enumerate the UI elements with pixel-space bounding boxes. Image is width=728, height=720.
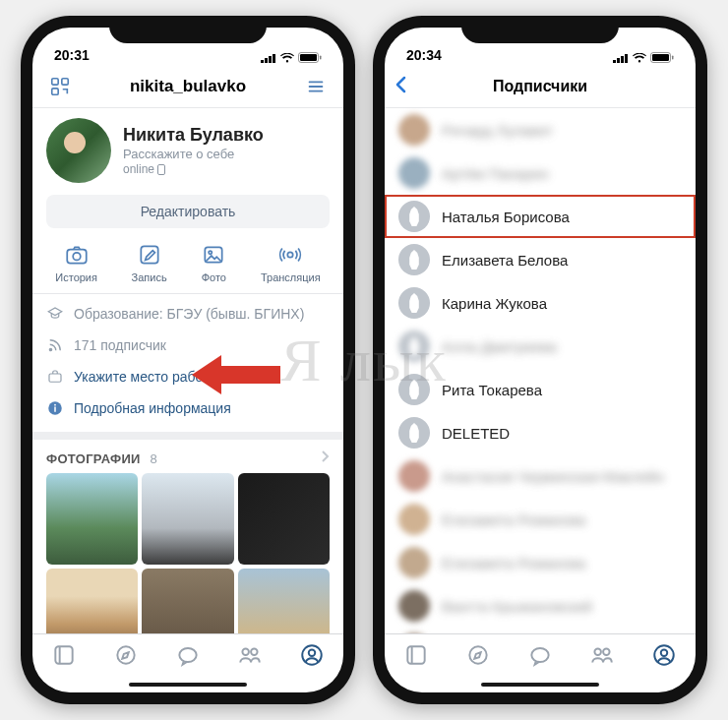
svg-point-42 — [469, 646, 486, 663]
svg-rect-5 — [300, 54, 317, 61]
quick-live[interactable]: Трансляция — [261, 242, 321, 283]
quick-post[interactable]: Запись — [132, 242, 167, 283]
tab-discover[interactable] — [113, 642, 139, 672]
tab-friends[interactable] — [589, 642, 615, 672]
follower-name: Елизавета Романова — [442, 555, 585, 571]
wifi-icon — [280, 53, 294, 63]
tab-profile[interactable] — [651, 642, 677, 672]
battery-icon — [298, 52, 322, 63]
svg-rect-3 — [273, 54, 275, 63]
svg-rect-2 — [269, 56, 272, 63]
followers-title: Подписчики — [493, 78, 587, 95]
phone-right: 20:34 Подписчики Ричард ЛулавитАртём Пан… — [373, 16, 707, 704]
svg-point-46 — [661, 649, 668, 656]
signal-icon — [613, 53, 629, 63]
tab-messages[interactable] — [175, 642, 201, 672]
photos-section-header[interactable]: ФОТОГРАФИИ 8 — [32, 440, 343, 473]
edit-profile-button[interactable]: Редактировать — [46, 195, 330, 228]
quick-actions: История Запись Фото Трансляция — [32, 238, 343, 294]
follower-row[interactable]: Алла Дмитриева — [385, 325, 696, 368]
briefcase-icon — [46, 368, 64, 386]
svg-rect-34 — [617, 58, 620, 63]
photo-thumb[interactable] — [238, 569, 330, 633]
follower-avatar — [398, 157, 430, 189]
photo-icon — [201, 242, 226, 268]
menu-icon[interactable] — [302, 73, 330, 100]
home-indicator — [129, 683, 247, 687]
education-text: Образование: БГЭУ (бывш. БГИНХ) — [74, 306, 304, 322]
rss-icon — [46, 336, 64, 354]
photo-thumb[interactable] — [238, 473, 330, 565]
tab-friends[interactable] — [237, 642, 263, 672]
follower-name: Рита Токарева — [442, 382, 542, 398]
back-button[interactable] — [394, 75, 408, 98]
svg-rect-39 — [672, 56, 674, 60]
followers-row[interactable]: 171 подписчик — [46, 330, 330, 361]
follower-row[interactable]: Вангта Крыжановский — [385, 584, 696, 628]
battery-icon — [650, 52, 674, 63]
follower-row[interactable]: Карина Жукова — [385, 281, 696, 325]
follower-name: Елизавета Белова — [442, 252, 568, 269]
follower-row[interactable]: Елизавета Белова — [385, 238, 696, 281]
status-time: 20:31 — [54, 47, 90, 63]
username: nikita_bulavko — [130, 77, 246, 96]
phone-left: 20:31 nikita_bulavko Никита Булавко Расс — [21, 16, 355, 704]
svg-rect-1 — [265, 58, 268, 63]
tab-messages[interactable] — [527, 642, 553, 672]
camera-icon — [64, 242, 90, 268]
follower-row[interactable]: DELETED — [385, 411, 696, 454]
avatar[interactable] — [46, 118, 111, 183]
tab-discover[interactable] — [465, 642, 491, 672]
quick-photo[interactable]: Фото — [201, 242, 226, 283]
more-info-row[interactable]: Подробная информация — [46, 392, 330, 424]
quick-story[interactable]: История — [55, 242, 97, 283]
photo-thumb[interactable] — [142, 569, 233, 633]
qr-icon[interactable] — [46, 73, 74, 100]
photo-thumb[interactable] — [46, 569, 138, 633]
tab-news[interactable] — [403, 642, 429, 672]
svg-rect-8 — [62, 78, 68, 84]
svg-rect-9 — [52, 88, 58, 93]
follower-name: Наталья Борисова — [442, 209, 570, 225]
follower-row[interactable]: Наталья Борисова — [385, 195, 696, 238]
follower-row[interactable]: Рита Токарева — [385, 368, 696, 411]
svg-rect-6 — [320, 56, 322, 60]
svg-point-18 — [209, 251, 212, 254]
follower-avatar — [398, 114, 430, 146]
follower-row[interactable]: Елизавета Романова — [385, 541, 696, 584]
photo-thumb[interactable] — [46, 473, 138, 565]
followers-list[interactable]: Ричард ЛулавитАртём ПанаринНаталья Борис… — [385, 108, 696, 633]
svg-point-27 — [117, 646, 134, 663]
svg-point-15 — [73, 253, 81, 261]
svg-point-28 — [243, 648, 250, 655]
follower-name: Ричард Лулавит — [442, 122, 553, 139]
education-icon — [46, 305, 64, 323]
work-text: Укажите место работы — [74, 369, 219, 385]
photo-thumb[interactable] — [142, 473, 233, 565]
svg-point-43 — [595, 648, 602, 655]
follower-row[interactable]: Анастасия Червинская-Маклейн — [385, 454, 696, 498]
svg-rect-40 — [407, 646, 424, 663]
follower-row[interactable]: Артём Панарин — [385, 151, 696, 195]
online-status: online — [123, 162, 330, 176]
svg-rect-35 — [621, 56, 624, 63]
svg-point-19 — [288, 252, 293, 257]
svg-rect-38 — [652, 54, 669, 61]
tab-news[interactable] — [51, 642, 77, 672]
profile-bio[interactable]: Расскажите о себе — [123, 147, 330, 161]
tab-profile[interactable] — [299, 642, 325, 672]
education-row[interactable]: Образование: БГЭУ (бывш. БГИНХ) — [46, 298, 330, 330]
follower-row[interactable]: Елизавета Романова — [385, 498, 696, 541]
follower-avatar — [398, 504, 430, 535]
follower-name: Вангта Крыжановский — [442, 598, 592, 615]
svg-rect-25 — [55, 646, 72, 663]
svg-point-20 — [49, 348, 51, 350]
status-icons — [261, 52, 322, 63]
wifi-icon — [633, 53, 646, 63]
work-row[interactable]: Укажите место работы — [46, 361, 330, 392]
profile-head: Никита Булавко Расскажите о себе online — [32, 108, 343, 191]
notch — [109, 16, 267, 43]
follower-name: Анастасия Червинская-Маклейн — [442, 468, 664, 485]
chevron-right-icon — [320, 450, 330, 467]
follower-row[interactable]: Ричард Лулавит — [385, 108, 696, 151]
